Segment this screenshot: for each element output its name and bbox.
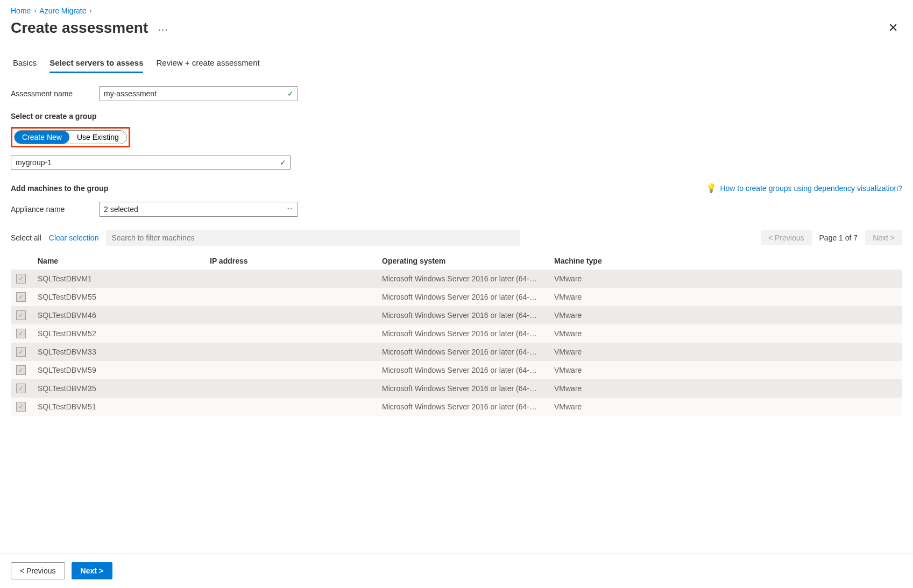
col-os-header[interactable]: Operating system bbox=[377, 252, 549, 270]
cell-type: VMware bbox=[549, 288, 902, 306]
group-mode-toggle: Create New Use Existing bbox=[14, 130, 127, 144]
cell-type: VMware bbox=[549, 379, 902, 398]
cell-os: Microsoft Windows Server 2016 or later (… bbox=[377, 324, 549, 343]
page-indicator: Page 1 of 7 bbox=[819, 233, 858, 242]
breadcrumb: Home › Azure Migrate › bbox=[11, 6, 902, 15]
row-checkbox[interactable]: ✓ bbox=[16, 274, 26, 284]
cell-os: Microsoft Windows Server 2016 or later (… bbox=[377, 398, 549, 416]
appliance-name-value: 2 selected bbox=[104, 205, 138, 214]
row-checkbox[interactable]: ✓ bbox=[16, 292, 26, 302]
cell-name: SQLTestDBVM46 bbox=[32, 306, 204, 324]
cell-ip bbox=[204, 361, 377, 379]
list-previous-button[interactable]: < Previous bbox=[761, 230, 812, 245]
group-name-input[interactable] bbox=[11, 155, 291, 170]
col-type-header[interactable]: Machine type bbox=[549, 252, 902, 270]
close-icon[interactable]: ✕ bbox=[884, 20, 902, 36]
table-row[interactable]: ✓SQLTestDBVM59Microsoft Windows Server 2… bbox=[11, 361, 902, 379]
table-row[interactable]: ✓SQLTestDBVM33Microsoft Windows Server 2… bbox=[11, 343, 902, 361]
page-title: Create assessment bbox=[11, 19, 148, 36]
create-new-highlight: Create New Use Existing bbox=[11, 127, 130, 147]
cell-name: SQLTestDBVM59 bbox=[32, 361, 204, 379]
table-row[interactable]: ✓SQLTestDBVM1Microsoft Windows Server 20… bbox=[11, 270, 902, 288]
breadcrumb-home[interactable]: Home bbox=[11, 6, 31, 15]
machine-search-input[interactable] bbox=[106, 230, 520, 246]
lightbulb-icon: 💡 bbox=[706, 183, 717, 193]
more-actions-icon[interactable]: ··· bbox=[158, 23, 168, 35]
cell-type: VMware bbox=[549, 324, 902, 343]
chevron-down-icon: ﹀ bbox=[287, 205, 293, 214]
cell-type: VMware bbox=[549, 361, 902, 379]
table-row[interactable]: ✓SQLTestDBVM55Microsoft Windows Server 2… bbox=[11, 288, 902, 306]
table-row[interactable]: ✓SQLTestDBVM46Microsoft Windows Server 2… bbox=[11, 306, 902, 324]
cell-ip bbox=[204, 306, 377, 324]
assessment-name-input[interactable] bbox=[99, 86, 298, 101]
cell-type: VMware bbox=[549, 398, 902, 416]
tab-select-servers[interactable]: Select servers to assess bbox=[49, 58, 143, 73]
cell-ip bbox=[204, 343, 377, 361]
row-checkbox[interactable]: ✓ bbox=[16, 329, 26, 338]
cell-name: SQLTestDBVM52 bbox=[32, 324, 204, 343]
wizard-tabs: Basics Select servers to assess Review +… bbox=[11, 58, 902, 73]
chevron-right-icon: › bbox=[34, 7, 36, 15]
cell-os: Microsoft Windows Server 2016 or later (… bbox=[377, 288, 549, 306]
tab-basics[interactable]: Basics bbox=[13, 58, 37, 73]
cell-ip bbox=[204, 398, 377, 416]
list-next-button[interactable]: Next > bbox=[865, 230, 902, 245]
cell-type: VMware bbox=[549, 343, 902, 361]
cell-name: SQLTestDBVM55 bbox=[32, 288, 204, 306]
row-checkbox[interactable]: ✓ bbox=[16, 384, 26, 393]
row-checkbox[interactable]: ✓ bbox=[16, 365, 26, 375]
cell-os: Microsoft Windows Server 2016 or later (… bbox=[377, 379, 549, 398]
select-all-link[interactable]: Select all bbox=[11, 233, 41, 242]
cell-name: SQLTestDBVM33 bbox=[32, 343, 204, 361]
assessment-name-label: Assessment name bbox=[11, 89, 86, 98]
cell-os: Microsoft Windows Server 2016 or later (… bbox=[377, 270, 549, 288]
cell-name: SQLTestDBVM1 bbox=[32, 270, 204, 288]
cell-name: SQLTestDBVM35 bbox=[32, 379, 204, 398]
col-name-header[interactable]: Name bbox=[32, 252, 204, 270]
chevron-right-icon: › bbox=[90, 7, 92, 15]
group-section-title: Select or create a group bbox=[11, 112, 902, 121]
col-ip-header[interactable]: IP address bbox=[204, 252, 377, 270]
cell-os: Microsoft Windows Server 2016 or later (… bbox=[377, 306, 549, 324]
use-existing-button[interactable]: Use Existing bbox=[69, 131, 126, 144]
row-checkbox[interactable]: ✓ bbox=[16, 347, 26, 357]
appliance-name-dropdown[interactable]: 2 selected ﹀ bbox=[99, 202, 298, 217]
table-row[interactable]: ✓SQLTestDBVM52Microsoft Windows Server 2… bbox=[11, 324, 902, 343]
cell-ip bbox=[204, 288, 377, 306]
row-checkbox[interactable]: ✓ bbox=[16, 310, 26, 320]
cell-ip bbox=[204, 270, 377, 288]
create-new-button[interactable]: Create New bbox=[15, 131, 69, 144]
table-row[interactable]: ✓SQLTestDBVM35Microsoft Windows Server 2… bbox=[11, 379, 902, 398]
cell-os: Microsoft Windows Server 2016 or later (… bbox=[377, 343, 549, 361]
row-checkbox[interactable]: ✓ bbox=[16, 402, 26, 412]
title-row: Create assessment ··· ✕ bbox=[11, 19, 902, 37]
cell-type: VMware bbox=[549, 306, 902, 324]
appliance-name-label: Appliance name bbox=[11, 205, 86, 214]
cell-os: Microsoft Windows Server 2016 or later (… bbox=[377, 361, 549, 379]
table-row[interactable]: ✓SQLTestDBVM51Microsoft Windows Server 2… bbox=[11, 398, 902, 416]
clear-selection-link[interactable]: Clear selection bbox=[49, 233, 99, 242]
cell-type: VMware bbox=[549, 270, 902, 288]
cell-ip bbox=[204, 324, 377, 343]
add-machines-title: Add machines to the group bbox=[11, 184, 108, 193]
breadcrumb-azure-migrate[interactable]: Azure Migrate bbox=[39, 6, 86, 15]
cell-ip bbox=[204, 379, 377, 398]
machines-table: Name IP address Operating system Machine… bbox=[11, 252, 902, 416]
dependency-visualization-link[interactable]: How to create groups using dependency vi… bbox=[720, 184, 902, 193]
cell-name: SQLTestDBVM51 bbox=[32, 398, 204, 416]
tab-review-create[interactable]: Review + create assessment bbox=[156, 58, 259, 73]
